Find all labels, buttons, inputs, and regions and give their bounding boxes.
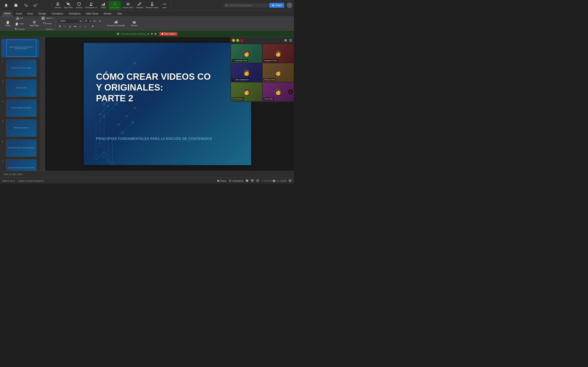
svg-point-21 (16, 18, 17, 19)
slide-thumb-3[interactable]: 3 RECAPITULACIÓN (1, 79, 39, 98)
svg-rect-20 (7, 21, 8, 21)
svg-point-14 (164, 4, 165, 4)
more-btn[interactable]: More (160, 1, 169, 10)
video-close-btn[interactable] (240, 39, 243, 42)
slide-preview-text-5: COMPONENTES BÁSICOS (13, 126, 30, 130)
svg-point-15 (165, 4, 166, 4)
tab-review[interactable]: Review (101, 11, 114, 16)
search-input[interactable] (229, 4, 262, 7)
slide-title[interactable]: CÓMO CREAR VIDEOS CO Y ORIGINALES: PARTE… (96, 71, 239, 104)
zoom-level: 117% (281, 180, 286, 182)
slide-thumb-2[interactable]: 2 RECAPITULACIÓN - tipos de videos (1, 59, 39, 77)
customize-btn[interactable] (41, 1, 50, 10)
video-next-btn[interactable]: › (288, 89, 293, 94)
cut-btn[interactable]: Cut (13, 16, 26, 21)
slide-subtitle[interactable]: PRINCIPIOS FUNDAMENTALES PARA LA EDICIÓN… (96, 137, 239, 141)
sep (89, 25, 89, 28)
svg-line-17 (227, 6, 228, 6)
annotate-btn[interactable]: Annotate (135, 1, 144, 10)
stop-video-btn[interactable]: Stop Video (63, 1, 74, 10)
unmute-btn[interactable]: Unmute (53, 1, 62, 10)
pause-share-btn[interactable]: Pause Share (122, 1, 134, 10)
tab-insert[interactable]: Insert (13, 11, 25, 16)
ruler-left: 2 1 0 1 2 3 (41, 37, 45, 171)
security-btn[interactable]: Security (75, 1, 84, 10)
view-normal-btn[interactable] (246, 179, 249, 183)
convert-group: Convert to SmartArt (105, 17, 127, 30)
font-size-select[interactable]: 28 (83, 19, 92, 23)
polling-btn[interactable]: Polling (99, 1, 108, 10)
subscript-btn[interactable]: x₂ (83, 24, 88, 29)
view-reading-btn[interactable] (256, 179, 259, 183)
paste-btn[interactable]: Paste (3, 18, 13, 29)
reset-btn[interactable]: Reset (40, 21, 54, 26)
tab-home[interactable]: Home (2, 11, 13, 16)
redo-btn[interactable] (31, 1, 40, 10)
slide-area: 2 1 0 1 2 3 (41, 37, 294, 171)
video-minimize-btn[interactable] (232, 39, 235, 42)
main-slide-canvas[interactable]: CÓMO CREAR VIDEOS CO Y ORIGINALES: PARTE… (84, 43, 251, 165)
video-cell-4: 👩 Teresa Gomà (263, 63, 294, 82)
font-group: Calibri 28 A+ A- B I U abc x² x₂ A (57, 17, 104, 30)
participant-name-5: Erin Everson (232, 98, 244, 100)
comments-btn[interactable]: Comments (229, 179, 243, 182)
underline-btn[interactable]: U (68, 24, 72, 29)
new-slide-btn[interactable]: New Slide (29, 18, 40, 29)
reset-label: Reset (47, 23, 52, 25)
tab-animations[interactable]: Animations (66, 11, 83, 16)
italic-btn[interactable]: I (63, 24, 67, 29)
video-layout-list-btn[interactable] (284, 39, 287, 42)
slide-num-6: 6 (2, 140, 5, 142)
remote-control-btn[interactable]: Remote Control (145, 1, 159, 10)
view-slide-sorter-btn[interactable] (251, 179, 254, 183)
svg-rect-88 (285, 41, 285, 42)
share-button[interactable]: Share (269, 3, 284, 8)
font-color-btn[interactable]: A (90, 24, 95, 29)
screen-share-icon (117, 33, 120, 35)
font-family-select[interactable]: Calibri (58, 19, 82, 23)
svg-rect-34 (117, 21, 117, 24)
tab-slideshow[interactable]: Slide Show (84, 11, 101, 16)
slide-thumb-7[interactable]: 7 ASPECTOS TÉCNICOS A TENER EN CUENTA (1, 159, 39, 171)
increase-font-btn[interactable]: A+ (93, 19, 97, 23)
strikethrough-btn[interactable]: abc (73, 24, 78, 29)
notes-bar[interactable]: Click to add notes (0, 171, 294, 177)
layout-btn[interactable]: Layout ▾ (40, 16, 54, 21)
svg-rect-92 (289, 41, 290, 42)
tab-transitions[interactable]: Transitions (49, 11, 66, 16)
notes-btn[interactable]: Notes (217, 179, 226, 182)
new-share-btn[interactable]: New Share (109, 1, 121, 10)
undo-btn[interactable] (21, 1, 30, 10)
video-layout-grid-btn[interactable] (289, 39, 292, 42)
tab-design[interactable]: Design (36, 11, 48, 16)
slide-thumb-1[interactable]: 1 CÓMO CREAR VIDEOS CONVINCENTES Y ORIGI… (1, 39, 39, 58)
copy-btn[interactable]: Copy (13, 21, 26, 26)
bold-btn[interactable]: B (58, 24, 62, 29)
superscript-btn[interactable]: x² (78, 24, 83, 29)
fit-slide-btn[interactable] (289, 179, 292, 183)
convert-smartart-btn[interactable]: Convert to SmartArt (106, 18, 126, 29)
home-btn[interactable] (2, 1, 11, 10)
section-btn[interactable]: Section ▾ (40, 26, 54, 32)
decrease-font-btn[interactable]: A- (98, 19, 103, 23)
participants-btn[interactable]: Participants 13 (84, 1, 98, 10)
tab-draw[interactable]: Draw (25, 11, 35, 16)
separator-1 (52, 2, 52, 9)
zoom-in-btn[interactable]: + (277, 179, 279, 183)
zoom-slider[interactable] (264, 180, 277, 181)
slide-thumb-5[interactable]: 5 COMPONENTES BÁSICOS (1, 119, 39, 137)
save-btn[interactable] (11, 1, 20, 10)
slide-thumb-4[interactable]: 4 EDICIÓN: INFORMACIÓN GENERAL (1, 99, 39, 117)
tab-view[interactable]: View (114, 11, 125, 16)
separator-2 (171, 2, 171, 9)
stop-share-btn[interactable]: Stop Share (159, 32, 177, 36)
zoom-out-btn[interactable]: − (261, 179, 263, 183)
svg-point-72 (103, 115, 105, 117)
picture-btn[interactable]: Picture (129, 18, 139, 29)
format-btn[interactable]: Format (13, 26, 26, 32)
stop-video-label: Stop Video (64, 7, 73, 8)
video-maximize-btn[interactable] (236, 39, 239, 42)
profile-avatar[interactable]: 👤 (287, 2, 292, 8)
picture-label: Picture (131, 25, 138, 27)
slide-thumb-6[interactable]: 6 DURACIÓN DEL VIDEO: PAUTAS GENERALES (1, 139, 39, 157)
